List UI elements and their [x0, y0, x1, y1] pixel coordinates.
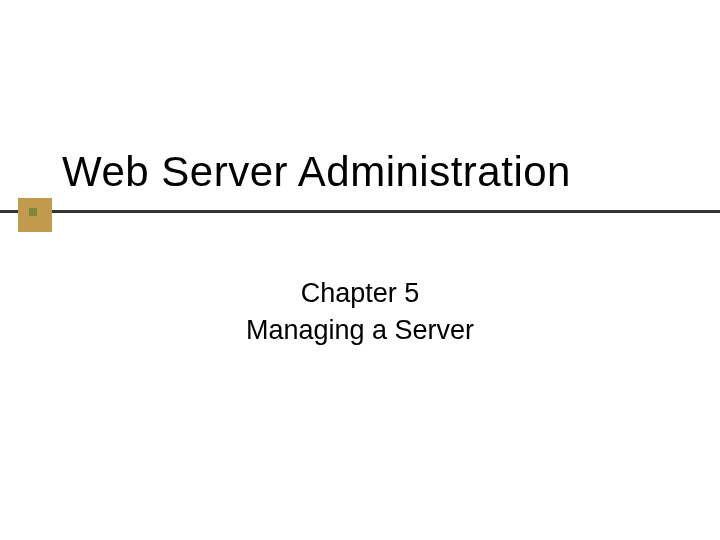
- accent-square-icon: [29, 208, 37, 216]
- title-area: Web Server Administration: [0, 148, 720, 196]
- chapter-title: Managing a Server: [0, 315, 720, 346]
- chapter-label: Chapter 5: [0, 278, 720, 309]
- slide-title-text: Web Server Administration: [0, 148, 720, 196]
- slide-title: Web Server Administration Chapter 5 Mana…: [0, 0, 720, 540]
- subtitle-area: Chapter 5 Managing a Server: [0, 278, 720, 346]
- divider-line: [0, 210, 720, 213]
